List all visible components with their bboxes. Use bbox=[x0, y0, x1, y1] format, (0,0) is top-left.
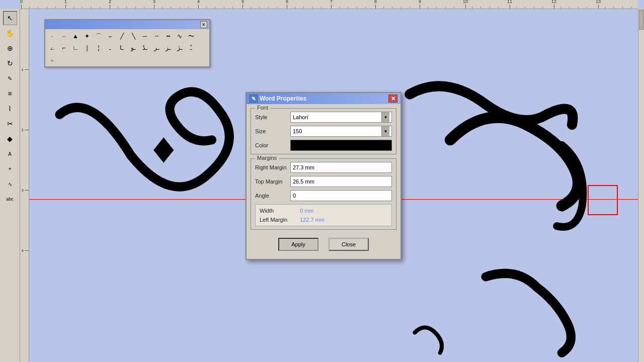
color-swatch[interactable] bbox=[290, 140, 392, 151]
tool-lines[interactable]: ≡ bbox=[3, 86, 17, 101]
tool-rotate[interactable]: ↻ bbox=[3, 56, 17, 70]
tool-cut[interactable]: ✂ bbox=[3, 117, 17, 131]
palette-icon-13[interactable]: 〜 bbox=[186, 31, 197, 42]
width-row: Width 0 mm bbox=[260, 208, 387, 214]
palette-icon-10[interactable]: ╌ bbox=[151, 31, 162, 42]
style-label: Style bbox=[255, 114, 290, 120]
palette-icon-22[interactable]: ـڈ bbox=[139, 42, 150, 53]
palette-icon-14[interactable]: ے bbox=[47, 42, 58, 53]
font-legend: Font bbox=[255, 105, 270, 111]
tool-text[interactable]: A bbox=[3, 147, 17, 161]
palette-icon-19[interactable]: ـ bbox=[105, 42, 116, 53]
tool-extra1[interactable]: ⌖ bbox=[3, 162, 17, 176]
palette-icon-18[interactable]: ¦ bbox=[93, 42, 104, 53]
size-dropdown-arrow[interactable]: ▼ bbox=[381, 126, 389, 136]
palette-icon-5[interactable]: ⌒ bbox=[93, 31, 104, 42]
palette-close-button[interactable]: ✕ bbox=[200, 21, 207, 28]
palette-icon-1[interactable]: · bbox=[47, 31, 58, 42]
canvas-area: ✕ · ·· ▲ ✦ ⌒ ⌣ ╱ ╲ ─ ╌ ╍ ∿ 〜 ے ⌐ ∟ | ¦ ـ… bbox=[29, 9, 638, 362]
font-fieldset: Font Style Lahori ▼ Size 150 ▼ bbox=[251, 108, 396, 154]
style-row: Style Lahori ▼ bbox=[255, 112, 392, 123]
palette-icon-6[interactable]: ⌣ bbox=[105, 31, 116, 42]
palette-icon-11[interactable]: ╍ bbox=[163, 31, 174, 42]
scrollbar-thumb[interactable] bbox=[639, 10, 644, 30]
tool-arrow[interactable]: ↖ bbox=[3, 11, 17, 25]
palette-icon-25[interactable]: ـژ bbox=[174, 42, 185, 53]
palette-icon-23[interactable]: ـر bbox=[151, 42, 162, 53]
dialog-close-button[interactable]: ✕ bbox=[388, 95, 397, 103]
left-margin-label: Left Margin bbox=[260, 217, 300, 223]
size-select[interactable]: 150 ▼ bbox=[290, 126, 392, 137]
tool-hand[interactable]: ✋ bbox=[3, 26, 17, 40]
word-properties-dialog: ✎ Word Properties ✕ Font Style Lahori ▼ … bbox=[246, 92, 401, 260]
palette-icon-4[interactable]: ✦ bbox=[82, 31, 93, 42]
palette-icon-2[interactable]: ·· bbox=[58, 31, 69, 42]
scrollbar-right[interactable] bbox=[638, 9, 644, 362]
palette-icon-7[interactable]: ╱ bbox=[116, 31, 127, 42]
style-value: Lahori bbox=[293, 114, 308, 120]
dialog-buttons: Apply Close bbox=[251, 234, 396, 255]
close-button[interactable]: Close bbox=[329, 238, 369, 251]
palette-icon-12[interactable]: ∿ bbox=[174, 31, 185, 42]
angle-input[interactable] bbox=[290, 190, 392, 201]
tool-zoom[interactable]: ⊕ bbox=[3, 41, 17, 55]
palette-icon-26[interactable]: ـً bbox=[186, 42, 197, 53]
color-label: Color bbox=[255, 142, 290, 148]
palette-icon-24[interactable]: ـز bbox=[163, 42, 174, 53]
apply-button[interactable]: Apply bbox=[278, 238, 318, 251]
angle-row: Angle bbox=[255, 190, 392, 201]
margins-legend: Margins bbox=[255, 155, 279, 161]
dialog-title: Word Properties bbox=[260, 95, 306, 102]
left-margin-value: 122.7 mm bbox=[300, 217, 325, 223]
ruler-top: // Render ruler marks inline via templat… bbox=[20, 0, 638, 9]
palette-icon-15[interactable]: ⌐ bbox=[58, 42, 69, 53]
left-margin-row: Left Margin 122.7 mm bbox=[260, 217, 387, 223]
sub-table: Width 0 mm Left Margin 122.7 mm bbox=[255, 204, 392, 226]
palette-icon-21[interactable]: ـو bbox=[128, 42, 139, 53]
tool-extra2[interactable]: ∿ bbox=[3, 177, 17, 191]
width-label: Width bbox=[260, 208, 300, 214]
top-margin-input[interactable] bbox=[290, 176, 392, 187]
palette-icon-3[interactable]: ▲ bbox=[70, 31, 81, 42]
dialog-titlebar: ✎ Word Properties ✕ bbox=[247, 93, 400, 104]
palette-window: ✕ · ·· ▲ ✦ ⌒ ⌣ ╱ ╲ ─ ╌ ╍ ∿ 〜 ے ⌐ ∟ | ¦ ـ… bbox=[44, 19, 210, 67]
top-margin-label: Top Margin bbox=[255, 178, 290, 185]
palette-icon-9[interactable]: ─ bbox=[139, 31, 150, 42]
tool-bezier[interactable]: ⌇ bbox=[3, 102, 17, 116]
tool-extra3[interactable]: abc bbox=[3, 192, 17, 206]
size-row: Size 150 ▼ bbox=[255, 126, 392, 137]
tool-draw[interactable]: ✎ bbox=[3, 71, 17, 85]
dialog-body: Font Style Lahori ▼ Size 150 ▼ bbox=[247, 104, 400, 259]
style-select[interactable]: Lahori ▼ bbox=[290, 112, 392, 123]
color-row: Color bbox=[255, 140, 392, 151]
angle-label: Angle bbox=[255, 193, 290, 199]
size-value: 150 bbox=[293, 128, 302, 134]
palette-titlebar: ✕ bbox=[45, 20, 209, 29]
palette-icon-17[interactable]: | bbox=[82, 42, 93, 53]
palette-icon-8[interactable]: ╲ bbox=[128, 31, 139, 42]
palette-icon-20[interactable]: ـا bbox=[116, 42, 127, 53]
svg-marker-0 bbox=[153, 137, 174, 162]
style-dropdown-arrow[interactable]: ▼ bbox=[381, 112, 389, 122]
tool-shape[interactable]: ◆ bbox=[3, 132, 17, 146]
right-margin-label: Right Margin bbox=[255, 164, 290, 170]
right-margin-input[interactable] bbox=[290, 162, 392, 173]
width-value: 0 mm bbox=[300, 208, 314, 214]
right-margin-row: Right Margin bbox=[255, 162, 392, 173]
size-label: Size bbox=[255, 128, 290, 134]
palette-icon-16[interactable]: ∟ bbox=[70, 42, 81, 53]
palette-icons: · ·· ▲ ✦ ⌒ ⌣ ╱ ╲ ─ ╌ ╍ ∿ 〜 ے ⌐ ∟ | ¦ ـ ـ… bbox=[45, 29, 209, 66]
left-toolbar: ↖ ✋ ⊕ ↻ ✎ ≡ ⌇ ✂ ◆ A ⌖ ∿ abc bbox=[0, 9, 20, 362]
margins-fieldset: Margins Right Margin Top Margin Angle bbox=[251, 158, 396, 230]
top-margin-row: Top Margin bbox=[255, 176, 392, 187]
dialog-icon: ✎ bbox=[250, 95, 258, 103]
ruler-left: 1234 bbox=[20, 9, 29, 362]
palette-icon-27[interactable]: ے bbox=[47, 54, 58, 65]
